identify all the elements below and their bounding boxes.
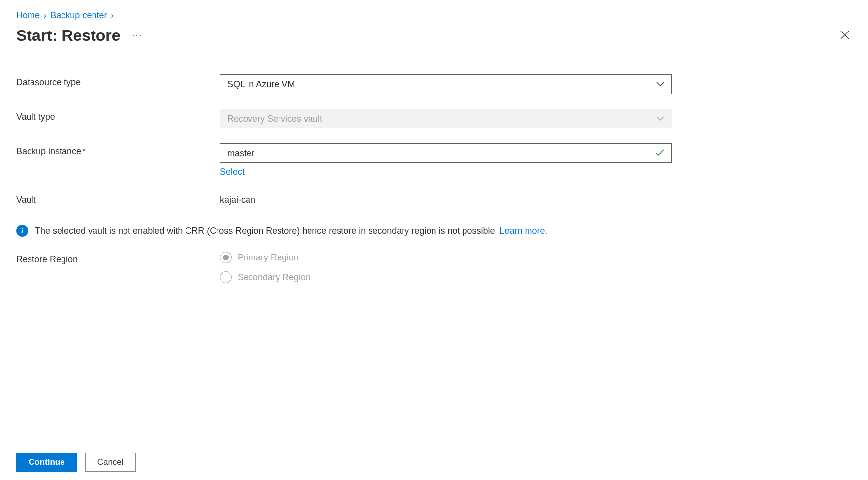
breadcrumb-backup-center[interactable]: Backup center	[50, 10, 107, 21]
more-actions-icon[interactable]: ···	[132, 31, 143, 41]
chevron-right-icon: ›	[44, 11, 46, 20]
select-link[interactable]: Select	[220, 167, 245, 177]
radio-primary-label: Primary Region	[238, 253, 299, 263]
vault-type-value: Recovery Services vault	[227, 114, 322, 124]
chevron-right-icon: ›	[111, 11, 113, 20]
info-icon: i	[16, 225, 28, 237]
vault-type-select: Recovery Services vault	[220, 109, 672, 128]
radio-secondary-label: Secondary Region	[238, 272, 310, 283]
vault-label: Vault	[16, 192, 220, 205]
check-icon	[655, 148, 664, 159]
radio-icon	[220, 252, 232, 263]
breadcrumb: Home › Backup center ›	[16, 10, 852, 21]
datasource-type-label: Datasource type	[16, 74, 220, 88]
radio-secondary-region: Secondary Region	[220, 271, 672, 283]
backup-instance-label: Backup instance*	[16, 143, 220, 157]
title-row: Start: Restore ···	[16, 27, 852, 45]
vault-value: kajai-can	[220, 192, 672, 205]
breadcrumb-home[interactable]: Home	[16, 10, 40, 21]
close-button[interactable]	[838, 27, 852, 45]
cancel-button[interactable]: Cancel	[85, 453, 136, 472]
close-icon	[840, 30, 850, 40]
continue-button[interactable]: Continue	[16, 453, 77, 472]
chevron-down-icon	[656, 115, 664, 123]
chevron-down-icon	[656, 80, 664, 88]
radio-icon	[220, 271, 232, 283]
required-indicator: *	[82, 146, 86, 156]
datasource-type-select[interactable]: SQL in Azure VM	[220, 74, 672, 94]
restore-region-label: Restore Region	[16, 252, 220, 265]
restore-region-radio-group: Primary Region Secondary Region	[220, 252, 672, 283]
vault-type-label: Vault type	[16, 109, 220, 122]
backup-instance-select[interactable]: master	[220, 143, 672, 163]
page-title: Start: Restore	[16, 27, 121, 45]
backup-instance-value: master	[227, 148, 254, 159]
radio-primary-region: Primary Region	[220, 252, 672, 263]
learn-more-link[interactable]: Learn more.	[500, 226, 548, 236]
info-banner: i The selected vault is not enabled with…	[16, 225, 685, 237]
info-text: The selected vault is not enabled with C…	[35, 226, 497, 236]
footer: Continue Cancel	[0, 445, 868, 480]
datasource-type-value: SQL in Azure VM	[227, 79, 295, 90]
